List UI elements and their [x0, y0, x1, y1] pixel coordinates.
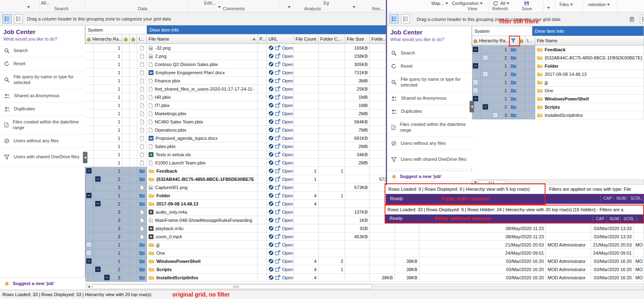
file-name-cell[interactable]: Folder: [147, 192, 258, 200]
file-name-cell[interactable]: InstalledScriptInfos: [147, 274, 258, 282]
file-name-cell[interactable]: Capture001.png: [147, 183, 258, 192]
file-name-cell[interactable]: Folder: [535, 62, 644, 70]
column-header-file-name[interactable]: File Name: [147, 34, 258, 44]
file-name-cell[interactable]: 2017-09-08 14.48.13: [147, 200, 258, 208]
sidebar-collapse-handle[interactable]: ◀: [470, 101, 474, 112]
open-link[interactable]: Open: [282, 177, 293, 182]
open-link[interactable]: Open: [282, 185, 293, 190]
open-link[interactable]: Open: [282, 218, 293, 223]
open-link[interactable]: Open: [282, 87, 293, 91]
horizontal-scrollbar[interactable]: ◀: [85, 283, 644, 290]
expand-toggle[interactable]: −: [86, 258, 92, 264]
file-name-cell[interactable]: {532AB44C-BC75-4850-8BCE-1FB5DE00BE7E: [147, 175, 258, 183]
column-header-i[interactable]: I...: [137, 34, 147, 44]
file-name-cell[interactable]: NC460 Sales Team.pbix: [147, 118, 258, 126]
expand-toggle[interactable]: −: [104, 275, 110, 280]
file-name-cell[interactable]: MainFrame-048-ShowMessageRulesForwarding: [147, 216, 258, 224]
open-link[interactable]: Open: [282, 251, 293, 256]
file-name-cell[interactable]: InstalledScriptInfos: [535, 111, 644, 119]
column-header[interactable]: [130, 34, 137, 44]
open-link[interactable]: Open: [282, 78, 293, 83]
column-header-hierarchy-ra[interactable]: Hierarchy Ra...: [85, 34, 122, 44]
file-name-cell[interactable]: One: [147, 249, 258, 257]
column-filter-icon[interactable]: [511, 38, 516, 44]
open-link[interactable]: Open: [282, 275, 293, 280]
file-name-cell[interactable]: {532AB44C-BC75-4850-8BCE-1FB5DE00BE7E}: [535, 54, 644, 62]
open-link[interactable]: Open: [282, 160, 293, 165]
file-name-cell[interactable]: X1050 Launch Team.pbix: [147, 159, 258, 167]
file-name-cell[interactable]: Operations.pbix: [147, 126, 258, 134]
column-header-i[interactable]: I...: [525, 36, 535, 46]
row-checkbox[interactable]: ✓: [86, 250, 92, 256]
column-header-file-name[interactable]: File Name: [535, 36, 644, 46]
band-system[interactable]: System: [472, 26, 532, 36]
file-name-cell[interactable]: -32.png: [147, 44, 258, 52]
expand-toggle[interactable]: −: [95, 201, 101, 206]
file-name-cell[interactable]: playback.m3u: [147, 224, 258, 233]
open-link[interactable]: Open: [282, 54, 293, 59]
expand-toggle[interactable]: −: [473, 47, 478, 52]
file-name-cell[interactable]: WindowsPowerShell: [535, 95, 644, 103]
expand-toggle[interactable]: −: [473, 96, 478, 101]
open-link[interactable]: Open: [282, 259, 293, 264]
open-link[interactable]: Open: [282, 169, 293, 173]
open-link[interactable]: Open: [282, 193, 293, 198]
column-header-file-size[interactable]: File Size: [345, 34, 370, 44]
file-name-cell[interactable]: audio_only.m4a: [147, 208, 258, 216]
scroll-left-button[interactable]: ◀: [472, 180, 478, 185]
file-name-cell[interactable]: 2017-09-08 14.48.13: [535, 70, 644, 78]
column-header-p[interactable]: P...: [258, 34, 267, 44]
open-link[interactable]: Open: [282, 226, 293, 231]
file-name-cell[interactable]: XTexts in setvar.xls: [147, 151, 258, 159]
open-link[interactable]: Open: [282, 136, 293, 141]
file-name-cell[interactable]: WindowsPowerShell: [147, 257, 258, 265]
file-name-cell[interactable]: Contoso Q2 Division Sales.pbix: [147, 60, 258, 68]
open-link[interactable]: Open: [282, 95, 293, 100]
file-name-cell[interactable]: Feedback: [535, 46, 644, 54]
file-name-cell[interactable]: One: [535, 87, 644, 95]
row-checkbox[interactable]: ✓: [473, 80, 478, 85]
expand-toggle[interactable]: −: [473, 63, 478, 68]
open-link[interactable]: Open: [282, 234, 293, 239]
column-header-url[interactable]: URL: [267, 34, 294, 44]
file-name-cell[interactable]: WProposed_agenda_topics.docx: [147, 134, 258, 142]
file-name-cell[interactable]: jjj: [535, 78, 644, 87]
row-checkbox[interactable]: ✓: [483, 55, 488, 60]
open-link[interactable]: Open: [282, 267, 293, 272]
open-link[interactable]: Open: [282, 201, 293, 206]
horizontal-scrollbar[interactable]: ◀: [472, 179, 644, 185]
expand-toggle[interactable]: −: [95, 176, 101, 182]
file-name-cell[interactable]: zoom_0.mp4: [147, 233, 258, 241]
sidebar-collapse-handle[interactable]: ◀: [83, 152, 87, 163]
open-link[interactable]: Open: [282, 62, 293, 67]
file-name-cell[interactable]: Scripts: [147, 265, 258, 274]
band-system[interactable]: System: [85, 25, 147, 34]
file-name-cell[interactable]: WEmployee Engagement Plan!.docx: [147, 68, 258, 77]
scroll-left-button[interactable]: ◀: [86, 284, 92, 290]
open-link[interactable]: Open: [282, 46, 293, 50]
file-name-cell[interactable]: Finance.pbix: [147, 77, 258, 85]
open-link[interactable]: Open: [282, 210, 293, 215]
column-header[interactable]: [122, 34, 130, 44]
file-name-cell[interactable]: jjj: [147, 241, 258, 249]
row-checkbox[interactable]: ✓: [86, 242, 92, 247]
expand-toggle[interactable]: −: [86, 168, 92, 173]
open-link[interactable]: Open: [282, 111, 293, 116]
file-name-cell[interactable]: Feedback: [147, 167, 258, 175]
file-name-cell[interactable]: Marketings.pbix: [147, 110, 258, 118]
column-header-folder-c[interactable]: Folder C...: [319, 34, 345, 44]
row-checkbox[interactable]: ✓: [493, 112, 498, 118]
expand-toggle[interactable]: −: [86, 193, 92, 198]
file-name-cell[interactable]: Scripts: [535, 103, 644, 111]
open-link[interactable]: Open: [282, 103, 293, 108]
band-drive-item-info[interactable]: Drive Item Info: [532, 26, 644, 36]
open-link[interactable]: Open: [282, 152, 293, 157]
row-checkbox[interactable]: ✓: [473, 88, 478, 93]
column-header[interactable]: [518, 36, 525, 46]
file-name-cell[interactable]: find_shared_files_in_users-2020-01-17-17…: [147, 85, 258, 93]
file-name-cell[interactable]: HR.pbix: [147, 93, 258, 101]
expand-toggle[interactable]: −: [483, 104, 488, 110]
column-header-file-count[interactable]: File Count: [294, 34, 319, 44]
open-link[interactable]: Open: [282, 70, 293, 75]
open-link[interactable]: Open: [282, 119, 293, 124]
